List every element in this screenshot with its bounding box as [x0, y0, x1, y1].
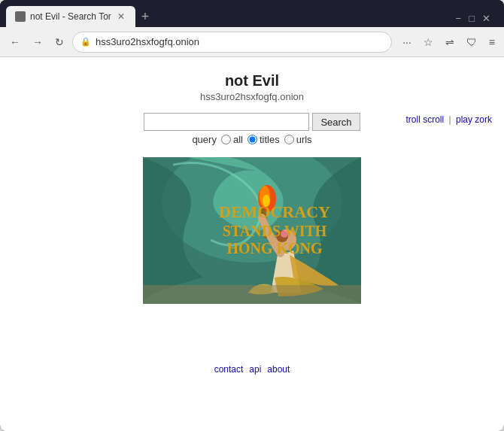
bookmark-button[interactable]: ☆ [421, 35, 436, 50]
svg-text:STANDS WITH: STANDS WITH [223, 223, 327, 239]
pipe-separator: | [449, 114, 454, 125]
new-tab-button[interactable]: + [137, 6, 154, 27]
search-button[interactable]: Search [312, 113, 360, 131]
svg-text:DEMOCRACY: DEMOCRACY [219, 202, 330, 221]
forward-button[interactable]: → [29, 34, 47, 50]
urls-label: urls [296, 134, 312, 145]
troll-scroll-link[interactable]: troll scroll [406, 114, 445, 125]
svg-text:HONG KONG: HONG KONG [226, 240, 323, 256]
more-button[interactable]: ··· [399, 35, 414, 50]
titles-option[interactable]: titles [247, 134, 280, 145]
search-input[interactable] [144, 113, 309, 131]
all-option[interactable]: all [221, 134, 243, 145]
address-bar[interactable]: 🔒 hss3uro2hsxfogfq.onion [72, 32, 392, 53]
api-link[interactable]: api [249, 364, 261, 375]
urls-option[interactable]: urls [284, 134, 312, 145]
query-label: query [192, 134, 217, 145]
footer-links: contact api about [214, 364, 290, 375]
window-controls: − □ ✕ [456, 13, 498, 27]
browser-window: not Evil - Search Tor ✕ + − □ ✕ ← → ↻ 🔒 … [0, 0, 504, 431]
active-tab[interactable]: not Evil - Search Tor ✕ [6, 6, 135, 27]
close-button[interactable]: ✕ [482, 13, 490, 24]
urls-radio[interactable] [284, 135, 294, 144]
site-url: hss3uro2hsxfogfq.onion [200, 91, 304, 102]
minimize-button[interactable]: − [456, 13, 462, 24]
shield-button[interactable]: 🛡 [463, 35, 480, 50]
titles-label: titles [260, 134, 280, 145]
about-link[interactable]: about [267, 364, 290, 375]
nav-actions: ··· ☆ ⇌ 🛡 ≡ [399, 35, 498, 50]
all-radio[interactable] [221, 135, 231, 144]
tab-bar: not Evil - Search Tor ✕ + − □ ✕ [0, 0, 504, 27]
titles-radio[interactable] [247, 135, 257, 144]
search-options: query all titles urls [192, 134, 311, 145]
tab-title: not Evil - Search Tor [30, 11, 111, 22]
all-label: all [233, 134, 243, 145]
tab-favicon-icon [15, 11, 26, 22]
reload-button[interactable]: ↻ [51, 34, 68, 50]
search-form: Search [144, 113, 360, 131]
sync-button[interactable]: ⇌ [442, 35, 457, 50]
hero-image: DEMOCRACY STANDS WITH HONG KONG [143, 157, 361, 304]
top-right-links: troll scroll | play zork [406, 114, 493, 125]
nav-bar: ← → ↻ 🔒 hss3uro2hsxfogfq.onion ··· ☆ ⇌ 🛡… [0, 27, 504, 57]
maximize-button[interactable]: □ [469, 13, 475, 24]
svg-rect-9 [143, 285, 361, 304]
contact-link[interactable]: contact [214, 364, 244, 375]
page-content: troll scroll | play zork not Evil hss3ur… [0, 57, 504, 431]
tab-close-button[interactable]: ✕ [116, 11, 126, 23]
back-button[interactable]: ← [6, 34, 24, 50]
menu-button[interactable]: ≡ [486, 35, 498, 50]
address-text: hss3uro2hsxfogfq.onion [96, 36, 384, 47]
lock-icon: 🔒 [80, 37, 91, 47]
play-zork-link[interactable]: play zork [456, 114, 492, 125]
site-title: not Evil [225, 72, 279, 90]
